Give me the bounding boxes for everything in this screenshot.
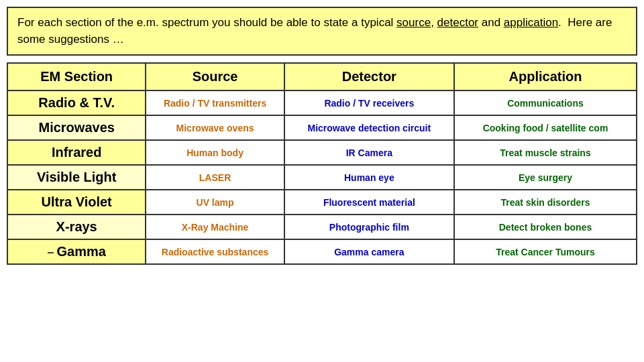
- table-row: –GammaRadioactive substancesGamma camera…: [7, 239, 637, 264]
- table-row: Ultra VioletUV lampFluorescent materialT…: [7, 190, 637, 215]
- cell-application: Treat skin disorders: [454, 190, 637, 215]
- cell-application: Treat Cancer Tumours: [454, 239, 637, 264]
- cell-application: Communications: [454, 90, 637, 115]
- cell-detector: Radio / TV receivers: [284, 90, 454, 115]
- cell-detector: Gamma camera: [284, 239, 454, 264]
- cell-em-section: Radio & T.V.: [7, 90, 146, 115]
- cell-em-section: Ultra Violet: [7, 190, 146, 215]
- cell-detector: IR Camera: [284, 140, 454, 165]
- cell-em-section: Visible Light: [7, 165, 146, 190]
- cell-application: Cooking food / satellite com: [454, 115, 637, 140]
- cell-detector: Human eye: [284, 165, 454, 190]
- cell-application: Detect broken bones: [454, 215, 637, 239]
- table-row: InfraredHuman bodyIR CameraTreat muscle …: [7, 140, 637, 165]
- header-source: Source: [146, 63, 284, 90]
- table-row: MicrowavesMicrowave ovensMicrowave detec…: [7, 115, 637, 140]
- cell-detector: Microwave detection circuit: [284, 115, 454, 140]
- cell-detector: Fluorescent material: [284, 190, 454, 215]
- table-wrapper: EM Section Source Detector Application R…: [7, 62, 637, 355]
- cell-em-section: Infrared: [7, 140, 146, 165]
- cell-em-section: Microwaves: [7, 115, 146, 140]
- cell-source: Radio / TV transmitters: [146, 90, 284, 115]
- gamma-label: Gamma: [57, 244, 106, 259]
- cell-source: UV lamp: [146, 190, 284, 215]
- table-header-row: EM Section Source Detector Application: [7, 63, 637, 90]
- intro-text: For each section of the e.m. spectrum yo…: [17, 16, 612, 46]
- intro-box: For each section of the e.m. spectrum yo…: [7, 7, 637, 56]
- header-application: Application: [454, 63, 637, 90]
- cell-source: Human body: [146, 140, 284, 165]
- cell-em-section: X-rays: [7, 215, 146, 239]
- em-spectrum-table: EM Section Source Detector Application R…: [7, 62, 637, 265]
- table-row: Radio & T.V.Radio / TV transmittersRadio…: [7, 90, 637, 115]
- gamma-symbol: –: [47, 245, 54, 259]
- cell-source: LASER: [146, 165, 284, 190]
- header-detector: Detector: [284, 63, 454, 90]
- cell-source: Radioactive substances: [146, 239, 284, 264]
- cell-application: Eye surgery: [454, 165, 637, 190]
- page-wrapper: For each section of the e.m. spectrum yo…: [0, 0, 644, 362]
- cell-source: Microwave ovens: [146, 115, 284, 140]
- table-row: X-raysX-Ray MachinePhotographic filmDete…: [7, 215, 637, 239]
- header-em-section: EM Section: [7, 63, 146, 90]
- cell-application: Treat muscle strains: [454, 140, 637, 165]
- cell-detector: Photographic film: [284, 215, 454, 239]
- cell-source: X-Ray Machine: [146, 215, 284, 239]
- cell-em-section: –Gamma: [7, 239, 146, 264]
- table-row: Visible LightLASERHuman eyeEye surgery: [7, 165, 637, 190]
